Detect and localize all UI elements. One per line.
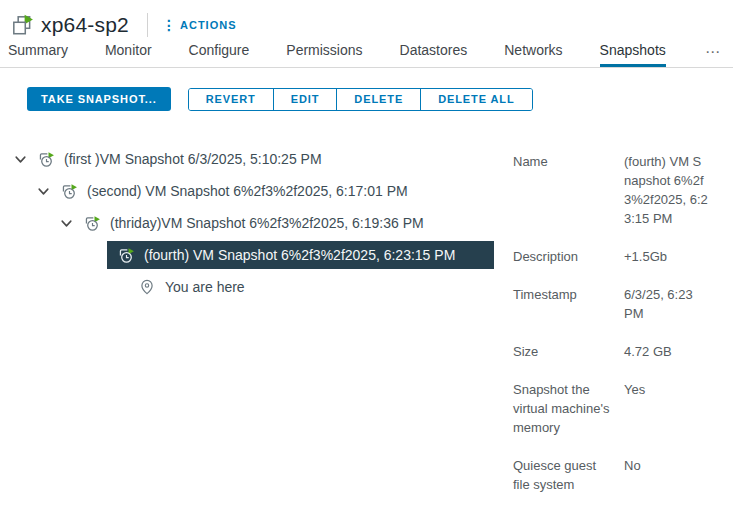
snapshot-icon bbox=[38, 151, 55, 168]
detail-label: Name bbox=[513, 152, 624, 228]
tab-snapshots[interactable]: Snapshots bbox=[600, 42, 666, 67]
detail-row-name: Name (fourth) VM S napshot 6%2f 3%2f2025… bbox=[513, 152, 723, 228]
delete-all-button[interactable]: DELETE ALL bbox=[420, 89, 531, 110]
vm-icon bbox=[10, 13, 34, 37]
detail-value: No bbox=[624, 456, 723, 494]
detail-label: Description bbox=[513, 247, 624, 266]
tab-configure[interactable]: Configure bbox=[189, 42, 250, 67]
detail-label: Timestamp bbox=[513, 285, 624, 323]
snapshot-node-label: (fourth) VM Snapshot 6%2f3%2f2025, 6:23:… bbox=[144, 247, 455, 263]
location-pin-icon bbox=[139, 279, 155, 295]
tab-networks[interactable]: Networks bbox=[504, 42, 562, 67]
snapshot-node-label: (thriday)VM Snapshot 6%2f3%2f2025, 6:19:… bbox=[110, 215, 424, 231]
kebab-icon: ⋮ bbox=[162, 18, 176, 32]
revert-button[interactable]: REVERT bbox=[189, 89, 273, 110]
you-are-here-label: You are here bbox=[165, 279, 245, 295]
chevron-down-icon[interactable] bbox=[14, 153, 27, 166]
you-are-here-row: You are here bbox=[0, 273, 513, 301]
header-divider bbox=[147, 13, 148, 37]
snapshot-node-label: (second) VM Snapshot 6%2f3%2f2025, 6:17:… bbox=[87, 183, 408, 199]
edit-button[interactable]: EDIT bbox=[273, 89, 337, 110]
snapshot-tree: (first )VM Snapshot 6/3/2025, 5:10:25 PM… bbox=[0, 145, 513, 513]
snapshot-toolbar: TAKE SNAPSHOT... REVERT EDIT DELETE DELE… bbox=[27, 87, 733, 111]
detail-row-timestamp: Timestamp 6/3/25, 6:23 PM bbox=[513, 285, 723, 323]
tab-summary[interactable]: Summary bbox=[8, 42, 68, 67]
snapshot-details-panel: Name (fourth) VM S napshot 6%2f 3%2f2025… bbox=[513, 145, 733, 513]
tab-bar: Summary Monitor Configure Permissions Da… bbox=[0, 40, 733, 68]
take-snapshot-button[interactable]: TAKE SNAPSHOT... bbox=[27, 87, 171, 111]
delete-button[interactable]: DELETE bbox=[336, 89, 420, 110]
detail-value: 6/3/25, 6:23 PM bbox=[624, 285, 723, 323]
vm-header: xp64-sp2 ⋮ ACTIONS bbox=[0, 0, 733, 40]
snapshot-icon bbox=[61, 183, 78, 200]
snapshot-icon bbox=[118, 247, 135, 264]
snapshot-node-fourth-selected[interactable]: (fourth) VM Snapshot 6%2f3%2f2025, 6:23:… bbox=[107, 241, 494, 269]
snapshot-action-group: REVERT EDIT DELETE DELETE ALL bbox=[188, 88, 533, 111]
tab-datastores[interactable]: Datastores bbox=[400, 42, 468, 67]
detail-row-description: Description +1.5Gb bbox=[513, 247, 723, 266]
chevron-down-icon[interactable] bbox=[37, 185, 50, 198]
chevron-down-icon[interactable] bbox=[60, 217, 73, 230]
actions-button[interactable]: ⋮ ACTIONS bbox=[162, 18, 237, 32]
tab-permissions[interactable]: Permissions bbox=[286, 42, 362, 67]
detail-label: Quiesce guest file system bbox=[513, 456, 624, 494]
snapshot-node-label: (first )VM Snapshot 6/3/2025, 5:10:25 PM bbox=[64, 151, 322, 167]
actions-label: ACTIONS bbox=[180, 19, 237, 31]
snapshot-node-thriday[interactable]: (thriday)VM Snapshot 6%2f3%2f2025, 6:19:… bbox=[0, 209, 513, 237]
more-tabs-icon[interactable]: ⋯ bbox=[705, 44, 721, 59]
detail-label: Snapshot the virtual machine's memory bbox=[513, 380, 624, 437]
detail-value: 4.72 GB bbox=[624, 342, 723, 361]
tab-monitor[interactable]: Monitor bbox=[105, 42, 152, 67]
detail-value: (fourth) VM S napshot 6%2f 3%2f2025, 6:2… bbox=[624, 152, 723, 228]
snapshot-node-first[interactable]: (first )VM Snapshot 6/3/2025, 5:10:25 PM bbox=[0, 145, 513, 173]
detail-value: +1.5Gb bbox=[624, 247, 723, 266]
snapshot-node-second[interactable]: (second) VM Snapshot 6%2f3%2f2025, 6:17:… bbox=[0, 177, 513, 205]
detail-row-memory: Snapshot the virtual machine's memory Ye… bbox=[513, 380, 723, 437]
detail-row-quiesce: Quiesce guest file system No bbox=[513, 456, 723, 494]
snapshots-content: (first )VM Snapshot 6/3/2025, 5:10:25 PM… bbox=[0, 145, 733, 513]
detail-label: Size bbox=[513, 342, 624, 361]
detail-value: Yes bbox=[624, 380, 723, 437]
snapshot-icon bbox=[84, 215, 101, 232]
detail-row-size: Size 4.72 GB bbox=[513, 342, 723, 361]
page-title: xp64-sp2 bbox=[41, 13, 129, 37]
